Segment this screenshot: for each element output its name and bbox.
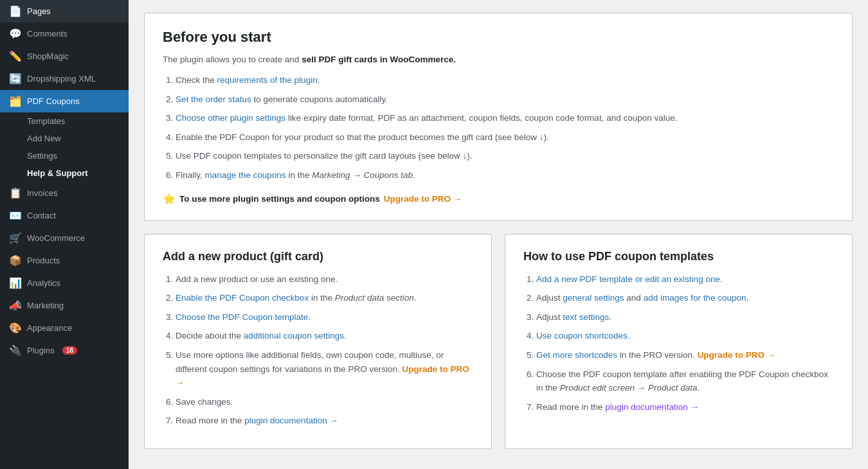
marketing-icon: 📣 xyxy=(9,299,22,312)
pdf-step-7: Read more in the plugin documentation → xyxy=(536,400,834,414)
requirements-link[interactable]: requirements of the plugin xyxy=(217,75,318,85)
shopmagic-icon: ✏️ xyxy=(9,50,22,62)
upgrade-pro-link-2[interactable]: Upgrade to PRO → xyxy=(176,364,469,388)
step-1: Check the requirements of the plugin. xyxy=(176,73,834,87)
add-product-card: Add a new product (gift card) Add a new … xyxy=(144,234,492,449)
submenu-item-add-new[interactable]: Add New xyxy=(0,130,129,147)
sidebar-label-shopmagic: ShopMagic xyxy=(27,51,69,61)
add-product-step-4: Decide about the additional coupon setti… xyxy=(176,329,473,343)
submenu-item-templates[interactable]: Templates xyxy=(0,112,129,130)
star-icon: ⭐ xyxy=(163,193,176,205)
invoices-icon: 📋 xyxy=(9,187,22,199)
get-shortcodes-link[interactable]: Get more shortcodes xyxy=(536,350,617,360)
sidebar-item-dropshipping[interactable]: 🔄 Dropshipping XML xyxy=(0,67,129,90)
add-product-step-2: Enable the PDF Coupon checkbox in the Pr… xyxy=(176,291,473,305)
manage-coupons-link[interactable]: manage the coupons xyxy=(205,170,286,180)
sidebar-label-pages: Pages xyxy=(27,6,51,16)
sidebar-label-plugins: Plugins xyxy=(27,346,55,355)
submenu-item-settings[interactable]: Settings xyxy=(0,147,129,164)
sidebar-item-pages[interactable]: 📄 Pages xyxy=(0,0,129,22)
add-product-steps: Add a new product or use an existing one… xyxy=(163,272,473,428)
plugins-icon: 🔌 xyxy=(9,344,22,357)
additional-settings-link[interactable]: additional coupon settings. xyxy=(244,331,347,341)
pdf-step-1: Add a new PDF template or edit an existi… xyxy=(536,272,834,287)
pdf-step-2: Adjust general settings and add images f… xyxy=(536,291,834,305)
plugin-doc-link-2[interactable]: plugin documentation → xyxy=(605,402,699,412)
pdf-coupons-icon: 🗂️ xyxy=(9,95,22,107)
step-3: Choose other plugin settings like expiry… xyxy=(176,111,834,125)
sidebar-item-pdf-coupons[interactable]: 🗂️ PDF Coupons xyxy=(0,90,129,112)
pdf-templates-title: How to use PDF coupon templates xyxy=(523,250,834,263)
pdf-templates-steps: Add a new PDF template or edit an existi… xyxy=(523,272,834,414)
sidebar-label-products: Products xyxy=(27,256,60,265)
general-settings-link[interactable]: general settings xyxy=(563,293,624,303)
sidebar-item-comments[interactable]: 💬 Comments xyxy=(0,22,129,45)
upgrade-pro-link[interactable]: Upgrade to PRO → xyxy=(384,194,462,204)
sidebar-item-marketing[interactable]: 📣 Marketing xyxy=(0,294,129,317)
add-product-step-5: Use more options like additional fields,… xyxy=(176,348,473,390)
add-product-title: Add a new product (gift card) xyxy=(163,250,473,263)
sidebar-label-dropshipping: Dropshipping XML xyxy=(27,74,96,84)
intro-bold: sell PDF gift cards in WooCommerce. xyxy=(302,55,456,64)
pdf-coupons-submenu: Templates Add New Settings Help & Suppor… xyxy=(0,112,129,182)
pages-icon: 📄 xyxy=(9,5,22,17)
dropshipping-icon: 🔄 xyxy=(9,73,22,85)
pdf-step-4: Use coupon shortcodes. xyxy=(536,329,834,343)
upgrade-line: ⭐ To use more plugin settings and coupon… xyxy=(163,193,834,205)
choose-template-link[interactable]: Choose the PDF Coupon template xyxy=(176,312,308,322)
sidebar-label-comments: Comments xyxy=(27,29,68,39)
submenu-item-help-support[interactable]: Help & Support xyxy=(0,164,129,182)
pdf-step-6: Choose the PDF coupon template after ena… xyxy=(536,367,834,395)
plugins-badge: 18 xyxy=(62,346,77,355)
step-5: Use PDF coupon templates to personalize … xyxy=(176,149,834,163)
plugin-doc-link-1[interactable]: plugin documentation → xyxy=(244,416,338,425)
text-settings-link[interactable]: text settings xyxy=(563,312,609,322)
step-4: Enable the PDF Coupon for your product s… xyxy=(176,130,834,145)
appearance-icon: 🎨 xyxy=(9,322,22,334)
pdf-step-5: Get more shortcodes in the PRO version. … xyxy=(536,348,834,362)
products-icon: 📦 xyxy=(9,254,22,267)
sidebar-item-products[interactable]: 📦 Products xyxy=(0,249,129,272)
add-images-link[interactable]: add images for the coupon xyxy=(644,293,746,303)
sidebar-label-marketing: Marketing xyxy=(27,301,64,310)
sidebar-item-analytics[interactable]: 📊 Analytics xyxy=(0,272,129,294)
sidebar-label-invoices: Invoices xyxy=(27,188,58,198)
upgrade-text: To use more plugin settings and coupon o… xyxy=(179,194,380,204)
step-2: Set the order status to generate coupons… xyxy=(176,93,834,107)
sidebar-label-contact: Contact xyxy=(27,211,56,220)
enable-pdf-checkbox-link[interactable]: Enable the PDF Coupon checkbox xyxy=(176,293,309,303)
sidebar-item-appearance[interactable]: 🎨 Appearance xyxy=(0,317,129,339)
main-content: Before you start The plugin allows you t… xyxy=(129,0,868,469)
coupon-shortcodes-link[interactable]: Use coupon shortcodes xyxy=(536,331,628,341)
contact-icon: ✉️ xyxy=(9,209,22,222)
before-you-start-card: Before you start The plugin allows you t… xyxy=(144,13,853,221)
intro-paragraph: The plugin allows you to create and sell… xyxy=(163,55,834,64)
pdf-templates-card: How to use PDF coupon templates Add a ne… xyxy=(505,234,853,449)
sidebar-label-appearance: Appearance xyxy=(27,323,72,333)
comments-icon: 💬 xyxy=(9,28,22,40)
step-6: Finally, manage the coupons in the Marke… xyxy=(176,168,834,182)
before-start-title: Before you start xyxy=(163,29,834,46)
add-product-step-1: Add a new product or use an existing one… xyxy=(176,272,473,287)
woocommerce-icon: 🛒 xyxy=(9,232,22,244)
sidebar: 📄 Pages 💬 Comments ✏️ ShopMagic 🔄 Dropsh… xyxy=(0,0,129,469)
sidebar-item-shopmagic[interactable]: ✏️ ShopMagic xyxy=(0,45,129,67)
analytics-icon: 📊 xyxy=(9,277,22,289)
add-product-step-3: Choose the PDF Coupon template. xyxy=(176,310,473,324)
add-product-step-6: Save changes. xyxy=(176,395,473,409)
add-product-step-7: Read more in the plugin documentation → xyxy=(176,414,473,428)
sidebar-item-contact[interactable]: ✉️ Contact xyxy=(0,204,129,227)
sidebar-label-pdf-coupons: PDF Coupons xyxy=(27,96,80,106)
add-template-link[interactable]: Add a new PDF template or edit an existi… xyxy=(536,274,720,284)
pdf-step-3: Adjust text settings. xyxy=(536,310,834,324)
before-start-steps: Check the requirements of the plugin. Se… xyxy=(163,73,834,182)
upgrade-pro-link-3[interactable]: Upgrade to PRO → xyxy=(698,350,776,360)
sidebar-label-analytics: Analytics xyxy=(27,278,60,288)
two-col-section: Add a new product (gift card) Add a new … xyxy=(144,234,853,449)
sidebar-item-woocommerce[interactable]: 🛒 WooCommerce xyxy=(0,227,129,249)
order-status-link[interactable]: Set the order status xyxy=(176,94,251,104)
sidebar-item-invoices[interactable]: 📋 Invoices xyxy=(0,182,129,204)
sidebar-item-plugins[interactable]: 🔌 Plugins 18 xyxy=(0,339,129,362)
sidebar-label-woocommerce: WooCommerce xyxy=(27,233,85,243)
plugin-settings-link[interactable]: Choose other plugin settings xyxy=(176,113,285,123)
